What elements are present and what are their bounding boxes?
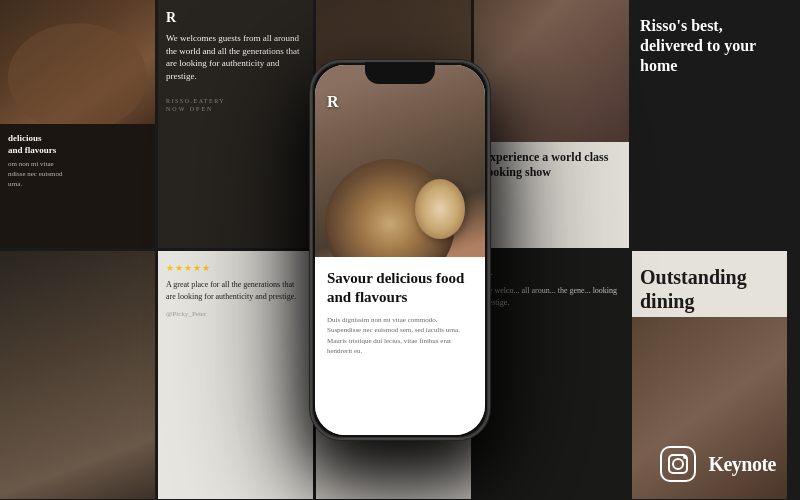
phone-screen: R Savour delicious food and flavours Dui… xyxy=(315,65,485,435)
phone-mockup: R Savour delicious food and flavours Dui… xyxy=(310,60,490,440)
card-1-image xyxy=(0,0,155,124)
card-7: ★★★★★ A great place for all the generati… xyxy=(158,251,313,499)
card-2-tagline: NOW OPEN xyxy=(166,106,305,112)
phone-screen-title: Savour delicious food and flavours xyxy=(327,269,473,307)
card-1-subtext: delicious and flavours xyxy=(8,132,147,156)
instagram-circle xyxy=(672,458,684,470)
card-1: delicious and flavours om non mi vitae n… xyxy=(0,0,155,248)
instagram-icon xyxy=(660,446,696,482)
card-9-content: R We welco... all aroun... the gene... l… xyxy=(474,251,629,312)
card-4-text: Experience a world class cooking show xyxy=(474,142,629,248)
card-2-title: We welcomes guests from all around the w… xyxy=(166,32,305,82)
card-9-logo: R xyxy=(482,263,621,285)
phone-volume-down-button xyxy=(310,212,312,247)
phone-screen-body: Duis dignissim non mi vitae commodo. Sus… xyxy=(327,315,473,357)
card-4: Experience a world class cooking show xyxy=(474,0,629,248)
phone-logo: R xyxy=(327,93,339,111)
card-1-text-area: delicious and flavours om non mi vitae n… xyxy=(0,124,155,194)
card-2-brand: RISSO.EATERY xyxy=(166,98,305,104)
pie-image xyxy=(315,65,485,269)
phone-screen-content: Savour delicious food and flavours Duis … xyxy=(315,257,485,435)
card-4-title: Experience a world class cooking show xyxy=(482,150,621,181)
card-7-review: A great place for all the generations th… xyxy=(166,279,305,302)
phone-body: R Savour delicious food and flavours Dui… xyxy=(310,60,490,440)
phone-mute-button xyxy=(310,132,312,157)
bottom-branding: Keynote xyxy=(660,446,776,482)
card-7-content: ★★★★★ A great place for all the generati… xyxy=(158,251,313,322)
card-2: R We welcomes guests from all around the… xyxy=(158,0,313,248)
card-7-user: @Picky_Peter xyxy=(166,310,305,318)
card-2-content: R We welcomes guests from all around the… xyxy=(158,0,313,116)
card-4-image xyxy=(474,0,629,142)
card-5-title: Risso's best, delivered to your home xyxy=(640,16,779,76)
card-7-stars: ★★★★★ xyxy=(166,263,305,273)
card-5: Risso's best, delivered to your home xyxy=(632,0,787,248)
card-6 xyxy=(0,251,155,499)
card-5-text: Risso's best, delivered to your home xyxy=(632,0,787,80)
keynote-label: Keynote xyxy=(708,453,776,476)
instagram-dot xyxy=(683,455,687,459)
phone-notch xyxy=(365,62,435,84)
card-6-image xyxy=(0,251,155,499)
card-9-text: We welco... all aroun... the gene... loo… xyxy=(482,285,621,308)
card-9: R We welco... all aroun... the gene... l… xyxy=(474,251,629,499)
card-10-title: Outstanding dining xyxy=(640,265,779,313)
card-10-text: Outstanding dining xyxy=(632,251,787,317)
phone-power-button xyxy=(488,142,490,182)
card-1-body: om non mi vitae ndisse nec euismod urna. xyxy=(8,160,147,189)
phone-screen-image: R xyxy=(315,65,485,269)
card-2-logo: R xyxy=(166,10,305,32)
phone-volume-up-button xyxy=(310,167,312,202)
